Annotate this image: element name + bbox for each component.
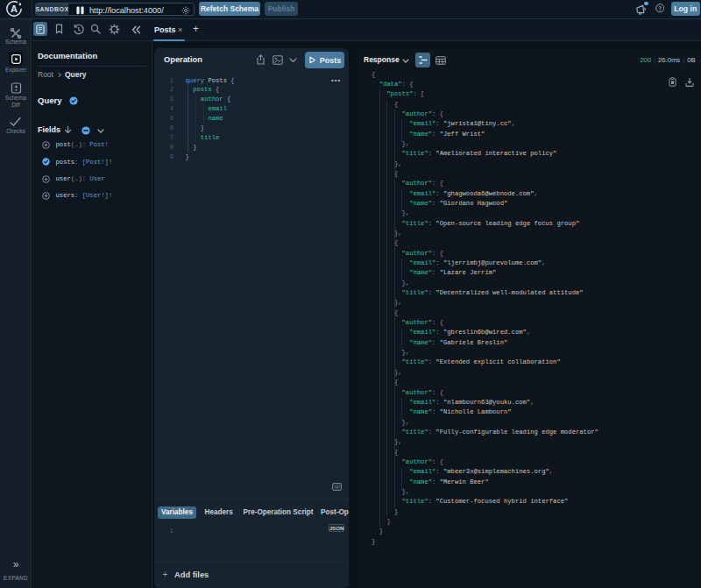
svg-text:A: A: [11, 4, 18, 14]
svg-text:?: ?: [658, 5, 662, 11]
